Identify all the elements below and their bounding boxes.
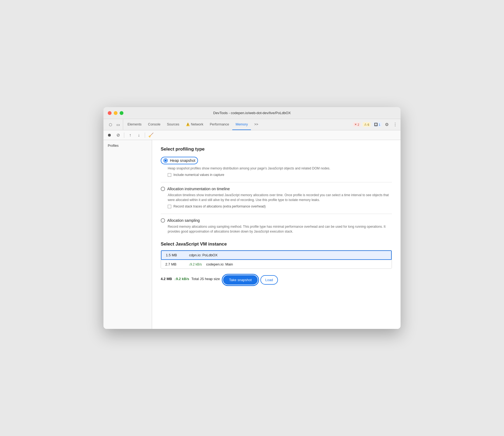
allocation-sampling-radio[interactable] [161,218,165,223]
tab-elements[interactable]: Elements [124,119,145,130]
action-buttons: Take snapshot Load [223,275,278,285]
tab-network[interactable]: ⚠️ Network [183,119,207,130]
toolbar-divider-2 [145,132,145,138]
stack-traces-label: Record stack traces of allocations (extr… [173,205,266,208]
allocation-sampling-option: Allocation sampling Record memory alloca… [161,218,392,234]
heap-snapshot-highlight: Heap snapshot [161,157,198,164]
warning-icon: ⚠ [364,123,367,126]
allocation-timeline-option: Allocation instrumentation on timeline A… [161,187,392,208]
allocation-timeline-desc: Allocation timelines show instrumented J… [168,193,392,202]
tab-performance[interactable]: Performance [207,119,233,130]
profiling-type-title: Select profiling type [161,147,392,152]
toolbar-divider [124,132,124,138]
content-area: Select profiling type Heap snapshot Heap… [152,140,401,329]
clear-button[interactable]: 🧹 [147,131,155,139]
main-layout: Profiles Select profiling type Heap snap… [103,140,401,329]
title-bar: DevTools - codepen.io/web-dot-dev/live/P… [103,107,401,119]
download-button[interactable]: ↓ [135,131,143,139]
vm-size-0: 1.5 MB [166,253,185,257]
allocation-sampling-desc: Record memory allocations using sampling… [168,224,392,234]
close-button[interactable] [108,111,112,115]
tab-bar-right: ✕ 2 ⚠ 6 🔲 1 ⚙ ⋮ [353,119,398,130]
allocation-sampling-radio-row[interactable]: Allocation sampling [161,218,392,223]
option-separator-2 [161,214,392,214]
numerical-values-checkbox[interactable] [168,173,171,177]
vm-size-1: 2.7 MB [165,262,184,266]
settings-button[interactable]: ⚙ [384,121,390,128]
total-size: 4.2 MB [161,277,172,281]
vm-name-0: cdpn.io: PoLdbOX [189,253,218,257]
record-button[interactable]: ⏺ [106,131,113,139]
vm-speed-1: ↓9.2 kB/s [189,263,202,266]
tab-console[interactable]: Console [145,119,164,130]
take-snapshot-button[interactable]: Take snapshot [223,275,258,285]
footer: 4.2 MB ↓9.2 kB/s Total JS heap size Take… [161,273,392,285]
heap-snapshot-radio[interactable] [163,158,168,163]
total-label: Total JS heap size [191,277,220,281]
tab-bar: ⬡ ▭ Elements Console Sources ⚠️ Network … [103,119,401,130]
upload-button[interactable]: ↑ [126,131,134,139]
device-icon[interactable]: ▭ [115,122,121,127]
allocation-sampling-label: Allocation sampling [167,218,200,223]
allocation-timeline-radio[interactable] [161,187,165,191]
vm-row-1[interactable]: 2.7 MB ↓9.2 kB/s codepen.io: Main [161,260,392,268]
stack-traces-checkbox[interactable] [168,205,171,208]
total-speed: ↓9.2 kB/s [174,277,189,281]
minimize-button[interactable] [114,111,117,115]
stop-button[interactable]: ⊘ [114,131,122,139]
tab-sources[interactable]: Sources [164,119,183,130]
inspect-icon[interactable]: ⬡ [108,122,113,127]
warning-badge[interactable]: ⚠ 6 [363,122,371,127]
heap-snapshot-radio-row[interactable]: Heap snapshot [161,157,392,164]
heap-summary: 4.2 MB ↓9.2 kB/s Total JS heap size [161,277,220,281]
info-icon: 🔲 [374,123,378,126]
maximize-button[interactable] [120,111,123,115]
load-button[interactable]: Load [260,275,278,285]
heap-snapshot-checkbox-row: Include numerical values in capture [168,173,392,177]
tab-memory[interactable]: Memory [232,119,251,130]
numerical-values-label: Include numerical values in capture [173,173,224,177]
error-badge[interactable]: ✕ 2 [353,122,361,127]
error-icon: ✕ [354,123,357,126]
vm-row-0[interactable]: 1.5 MB cdpn.io: PoLdbOX [161,250,392,260]
traffic-lights [108,111,123,115]
allocation-timeline-label: Allocation instrumentation on timeline [167,187,230,191]
network-warn-icon: ⚠️ [186,122,190,126]
devtools-window: DevTools - codepen.io/web-dot-dev/live/P… [103,107,401,329]
heap-snapshot-label: Heap snapshot [170,158,195,163]
memory-toolbar: ⏺ ⊘ ↑ ↓ 🧹 [103,130,401,140]
window-title: DevTools - codepen.io/web-dot-dev/live/P… [213,111,291,115]
vm-name-1: codepen.io: Main [206,262,233,266]
heap-snapshot-desc: Heap snapshot profiles show memory distr… [168,166,392,171]
info-badge[interactable]: 🔲 1 [373,122,382,127]
sidebar: Profiles [103,140,152,329]
more-options-button[interactable]: ⋮ [392,121,398,128]
sidebar-item-profiles[interactable]: Profiles [103,142,152,149]
allocation-timeline-radio-row[interactable]: Allocation instrumentation on timeline [161,187,392,191]
devtools-icons: ⬡ ▭ [106,119,123,130]
tab-more[interactable]: >> [251,119,261,130]
option-separator-1 [161,182,392,182]
vm-instances-table: 1.5 MB cdpn.io: PoLdbOX 2.7 MB ↓9.2 kB/s… [161,250,392,269]
vm-section-title: Select JavaScript VM instance [161,241,392,247]
heap-snapshot-option: Heap snapshot Heap snapshot profiles sho… [161,157,392,177]
stack-traces-checkbox-row: Record stack traces of allocations (extr… [168,205,392,208]
